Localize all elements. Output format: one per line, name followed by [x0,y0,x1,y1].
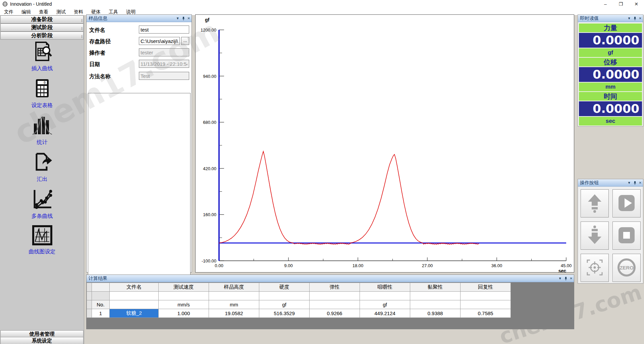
close-button[interactable]: ✕ [629,0,644,8]
sample-info-header: 样品信息 ▼ ✕ [87,15,192,22]
stage-button-1[interactable]: 测试阶段⁞ [0,23,84,32]
close-icon[interactable]: ✕ [639,179,642,187]
col-header-5[interactable]: 咀嚼性 [360,283,410,292]
value-cell: 19.0582 [209,309,259,318]
svg-text:680.00: 680.00 [203,120,216,125]
zero-icon: ZERO [613,257,640,278]
field-label-3: 日期 [89,61,100,68]
collapse-icon[interactable]: ▼ [628,179,631,187]
tool-label: 设定表格 [0,102,84,109]
pin-icon[interactable] [182,17,185,20]
force-time-chart: gf-100.00160.00420.00680.00940.001200.00… [196,15,574,272]
col-header-1[interactable]: 测试速度 [159,283,209,292]
value-cell: 0.7585 [461,309,511,318]
result-row-0[interactable]: 1软糖_21.00019.0582516.35290.9266449.21240… [87,309,511,318]
field-input-3[interactable] [139,60,189,68]
minimize-button[interactable]: – [598,0,613,8]
unit-cell [410,300,461,309]
pin-icon[interactable] [564,277,568,281]
chart-panel: gf-100.00160.00420.00680.00940.001200.00… [195,14,574,273]
reading-value: 0.0000 [579,67,642,82]
realtime-readings-panel: 即时读值 ▼ ✕ 力量0.0000gf位移0.0000mm时间0.0000sec [578,14,643,127]
reading-1: 位移0.0000mm [579,58,642,91]
menu-item-0[interactable]: 文件 [0,8,17,15]
unit-cell: mm/s [159,300,209,309]
reading-unit: gf [579,48,642,57]
stage-button-2[interactable]: 分析阶段⁞ [0,32,84,40]
x-axis-label: sec [558,268,567,272]
field-label-1: 存盘路径 [89,38,111,45]
file-name-cell[interactable]: 软糖_2 [110,309,159,318]
run-button[interactable] [612,189,641,217]
target-button[interactable] [581,254,609,282]
reading-unit: mm [579,83,642,91]
calculator-icon: 0 [0,77,84,101]
collapse-icon[interactable]: ▼ [628,15,631,22]
reading-label: 力量 [579,23,642,32]
menu-item-1[interactable]: 编辑 [17,8,35,15]
reading-unit: sec [579,117,642,126]
results-header: 计算结果 ▼ ✕ [87,275,574,282]
col-header-2[interactable]: 样品高度 [209,283,259,292]
field-input-2[interactable] [139,48,189,56]
probe-up-button[interactable] [581,189,609,217]
sidebar-bottom-button-1[interactable]: 系统设定 [0,337,84,344]
col-header-6[interactable]: 黏聚性 [410,283,461,292]
col-header-0[interactable]: 文件名 [110,283,159,292]
y-axis-label: gf [205,17,210,22]
col-header-4[interactable]: 弹性 [310,283,360,292]
svg-text:45.00: 45.00 [561,263,572,268]
menu-item-2[interactable]: 查看 [35,8,52,15]
svg-text:940.00: 940.00 [203,74,216,79]
tool-button-4[interactable]: 多条曲线 [0,188,84,225]
field-input-4[interactable] [139,72,189,80]
calculation-results-panel: 计算结果 ▼ ✕ 文件名测试速度样品高度硬度弹性咀嚼性黏聚性回复性No.mm/s… [86,275,574,329]
tool-label: 插入曲线 [0,65,84,72]
svg-text:1200.00: 1200.00 [201,28,216,33]
tool-button-2[interactable]: 统计 [0,114,84,151]
close-icon[interactable]: ✕ [570,275,573,282]
browse-button[interactable]: ... [181,37,189,45]
close-icon[interactable]: ✕ [187,15,190,22]
unit-cell [461,300,511,309]
svg-text:0: 0 [43,81,45,85]
field-input-1[interactable] [139,37,180,45]
results-table: 文件名测试速度样品高度硬度弹性咀嚼性黏聚性回复性No.mm/smmgfgf1软糖… [87,283,511,318]
tool-button-5[interactable]: 曲线图设定 [0,225,84,262]
svg-text:160.00: 160.00 [203,212,216,217]
multi-curve-icon [0,188,84,211]
tool-button-0[interactable]: 插入曲线 [0,40,84,77]
tool-label: 曲线图设定 [0,248,84,255]
sidebar-bottom-button-0[interactable]: 使用者管理 [0,330,84,338]
reading-2: 时间0.0000sec [579,92,642,126]
svg-text:0.00: 0.00 [215,263,223,268]
tool-label: 汇出 [0,176,84,183]
zero-button[interactable]: ZERO [612,254,641,282]
grip-icon: ⁞ [81,17,82,24]
svg-text:18.00: 18.00 [353,263,364,268]
restore-button[interactable]: ❐ [613,0,629,8]
collapse-icon[interactable]: ▼ [176,15,179,22]
notes-textarea[interactable] [88,93,191,283]
col-header-7[interactable]: 回复性 [461,283,511,292]
pin-icon[interactable] [633,17,637,20]
value-cell: 516.3529 [259,309,310,318]
stop-icon [613,225,640,246]
pin-icon[interactable] [633,181,637,185]
col-header-3[interactable]: 硬度 [259,283,310,292]
tool-label: 多条曲线 [0,213,84,220]
field-input-0[interactable] [139,26,189,34]
tool-button-3[interactable]: 汇出 [0,151,84,188]
probe-down-button[interactable] [581,222,609,250]
menu-item-3[interactable]: 测试 [52,8,70,15]
stop-button[interactable] [612,222,641,250]
collapse-icon[interactable]: ▼ [558,275,562,282]
close-icon[interactable]: ✕ [639,15,642,22]
svg-text:27.00: 27.00 [422,263,433,268]
unit-cell: gf [259,300,310,309]
tool-button-1[interactable]: 0设定表格 [0,77,84,114]
menu-item-4[interactable]: 资料 [70,8,87,15]
stage-button-0[interactable]: 准备阶段⁞ [0,15,84,23]
reading-value: 0.0000 [579,101,642,116]
unit-cell: gf [360,300,410,309]
